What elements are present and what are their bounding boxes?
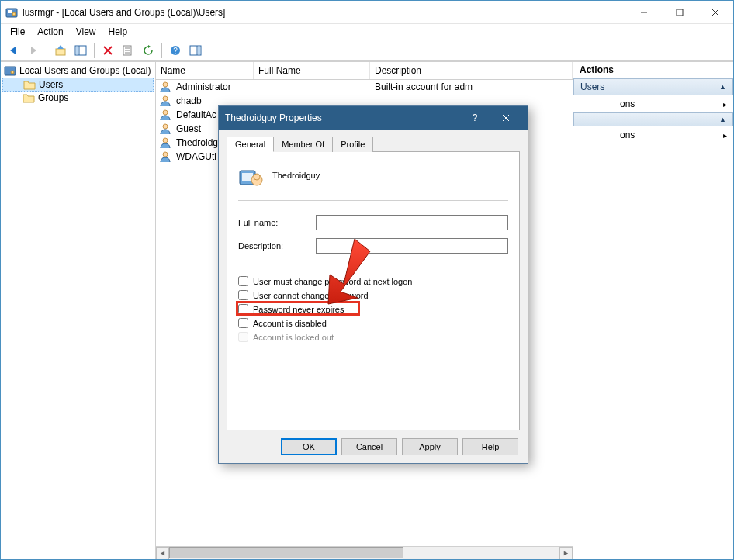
tab-general[interactable]: General [227,137,274,152]
window-titlebar: lusrmgr - [Local Users and Groups (Local… [1,1,733,24]
actions-group-header-users[interactable]: Users ▲ [573,78,733,95]
checkbox-label: User must change password at next logon [253,277,412,286]
tree-pane[interactable]: Local Users and Groups (Local) Users Gro… [1,62,156,559]
cell-fullname [254,100,370,102]
menu-view[interactable]: View [70,25,102,39]
svg-point-33 [163,152,168,157]
user-icon [159,95,171,107]
close-button[interactable] [698,1,733,24]
actions-pane: Actions Users ▲ ons ▸ ▲ ons ▸ [573,62,733,559]
folder-icon [23,92,35,103]
menu-help[interactable]: Help [102,25,134,39]
actions-item-more-actions-2[interactable]: ons ▸ [573,126,733,143]
cell-description: Built-in account for adm [370,81,573,93]
fullname-input[interactable] [316,215,508,230]
scroll-left-button[interactable]: ◄ [156,547,169,560]
up-button[interactable] [51,41,70,60]
tab-profile[interactable]: Profile [332,137,373,152]
menu-action[interactable]: Action [31,25,69,39]
help-button[interactable]: Help [462,438,518,455]
svg-text:?: ? [173,47,178,55]
checkbox-label: Account is disabled [253,319,327,328]
tree-root-label: Local Users and Groups (Local) [19,65,151,76]
actions-group-label: Users [580,81,604,92]
svg-point-39 [254,174,260,180]
column-header-fullname[interactable]: Full Name [254,62,370,79]
minimize-button[interactable] [626,1,662,24]
actions-item-label: ons [620,99,635,109]
dialog-user-display: Thedroidguy [272,171,320,180]
column-header-description[interactable]: Description [370,62,573,79]
table-row[interactable]: AdministratorBuilt-in account for adm [156,80,573,94]
svg-marker-20 [148,45,151,48]
checkbox-input [238,332,248,342]
cell-description [370,100,573,102]
tree-node-groups[interactable]: Groups [2,92,154,104]
cell-fullname [254,86,370,88]
description-label: Description: [238,241,316,251]
apply-button[interactable]: Apply [402,438,458,455]
dialog-tabstrip: General Member Of Profile [227,136,520,152]
actions-pane-title: Actions [573,62,733,78]
user-icon [159,150,171,163]
scroll-right-button[interactable]: ► [559,547,573,560]
svg-point-32 [163,138,168,143]
column-header-name[interactable]: Name [156,62,254,79]
checkbox-input[interactable] [238,276,248,286]
maximize-button[interactable] [662,1,698,24]
help-button[interactable]: ? [166,41,185,60]
app-icon-small [4,64,16,77]
checkbox-input[interactable] [238,290,248,300]
description-input[interactable] [316,238,508,254]
folder-icon [23,79,36,90]
cannot-change-password-checkbox[interactable]: User cannot change password [238,290,508,300]
collapse-icon: ▲ [719,116,726,123]
refresh-button[interactable] [139,41,158,60]
svg-point-30 [163,110,168,115]
svg-marker-7 [10,47,16,54]
checkbox-input[interactable] [238,318,248,328]
properties-button[interactable] [119,41,137,60]
svg-rect-13 [76,47,78,54]
checkbox-input[interactable] [238,304,248,314]
account-locked-checkbox: Account is locked out [238,332,508,342]
password-never-expires-checkbox[interactable]: Password never expires [238,304,508,314]
svg-rect-25 [198,47,200,54]
submenu-arrow-icon: ▸ [723,131,727,140]
submenu-arrow-icon: ▸ [723,100,727,109]
delete-button[interactable] [99,41,117,60]
svg-point-31 [163,124,168,129]
user-icon [159,109,171,121]
account-disabled-checkbox[interactable]: Account is disabled [238,318,508,328]
menu-file[interactable]: File [4,25,31,39]
dialog-help-button[interactable]: ? [459,106,490,130]
dialog-title: Thedroidguy Properties [225,112,322,123]
show-hide-action-pane-button[interactable] [186,41,205,60]
scroll-track[interactable] [169,547,559,560]
tree-node-label: Groups [38,92,68,103]
svg-rect-9 [56,49,65,55]
actions-group-header-selected[interactable]: ▲ [573,112,733,126]
show-hide-tree-button[interactable] [71,41,90,60]
tab-panel-general: Thedroidguy Full name: Description: User… [227,152,520,430]
forward-button[interactable] [24,41,43,60]
dialog-titlebar[interactable]: Thedroidguy Properties ? [219,106,528,130]
cell-name: Administrator [171,81,254,93]
dialog-close-button[interactable] [490,106,521,130]
horizontal-scrollbar[interactable]: ◄ ► [156,546,573,559]
toolbar: ? [1,40,733,61]
tree-root[interactable]: Local Users and Groups (Local) [2,64,154,78]
menu-bar: File Action View Help [1,24,733,40]
ok-button[interactable]: OK [281,438,337,455]
actions-item-more-actions[interactable]: ons ▸ [573,95,733,112]
app-icon [5,6,18,19]
must-change-password-checkbox[interactable]: User must change password at next logon [238,276,508,286]
tab-member-of[interactable]: Member Of [273,137,333,152]
tree-node-users[interactable]: Users [2,78,154,92]
scroll-thumb[interactable] [169,547,403,558]
svg-point-27 [11,71,14,74]
back-button[interactable] [4,41,23,60]
cancel-button[interactable]: Cancel [341,438,397,455]
properties-dialog: Thedroidguy Properties ? General Member … [218,105,528,464]
collapse-icon: ▲ [719,83,726,91]
